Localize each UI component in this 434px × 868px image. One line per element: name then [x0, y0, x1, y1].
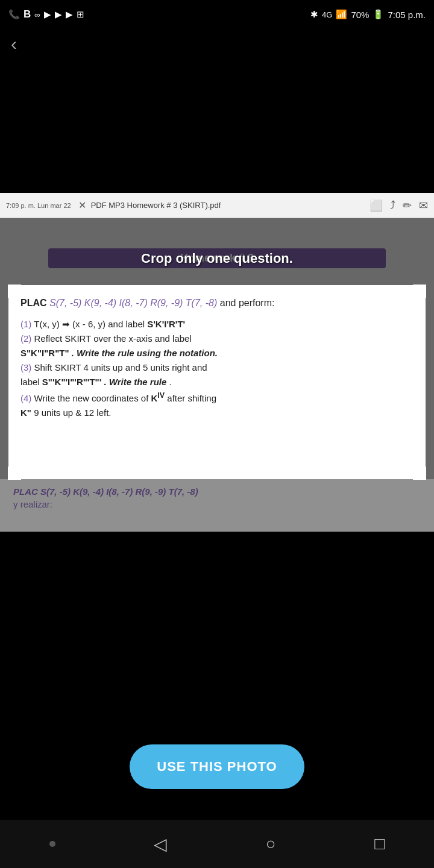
nav-recents-button[interactable]: □	[374, 834, 385, 854]
status-bar-right: ✱ 4G 📶 70% 🔋 7:05 p.m.	[310, 9, 426, 20]
pdf-time: 7:09 p. m. Lun mar 22	[6, 202, 71, 209]
step-4: (4) Write the new coordinates of KIV aft…	[20, 389, 414, 420]
plac-line: PLAC S(7, -5) K(9, -4) I(8, -7) R(9, -9)…	[20, 296, 414, 311]
add-icon: ⊞	[77, 9, 84, 20]
plac-coords: S(7, -5) K(9, -4) I(8, -7) R(9, -9) T(7,…	[49, 298, 217, 308]
signal-bars: 📶	[336, 9, 347, 20]
nav-dot	[49, 841, 55, 847]
status-bar-left: 📞 B ∞ ▶ ▶ ▶ ⊞	[8, 8, 84, 20]
cropped-content: PLAC S(7, -5) K(9, -4) I(8, -7) R(9, -9)…	[8, 285, 426, 479]
bluetooth-icon: ✱	[310, 9, 318, 20]
step-3: (3) Shift SKIRT 4 units up and 5 units r…	[20, 360, 414, 389]
step-1: (1) T(x, y) ➡ (x - 6, y) and label S'K'I…	[20, 317, 414, 332]
and-perform: and perform:	[220, 298, 275, 308]
battery-percent: 70%	[351, 10, 369, 20]
pdf-toolbar: ⬜ ⤴ ✏ ✉	[370, 199, 428, 212]
steps: (1) T(x, y) ➡ (x - 6, y) and label S'K'I…	[20, 317, 414, 420]
time-display: 7:05 p.m.	[388, 10, 426, 20]
play-icon3: ▶	[66, 9, 73, 20]
play-icon2: ▶	[55, 9, 62, 20]
use-this-photo-button[interactable]: USE THIS PHOTO	[130, 744, 304, 789]
phone-icon: 📞	[8, 9, 20, 20]
below-plac: PLAC S(7, -5) K(9, -4) I(8, -7) R(9, -9)…	[13, 486, 421, 497]
nav-home-button[interactable]: ○	[266, 834, 276, 854]
bold-icon: B	[24, 8, 31, 20]
pdf-top-bar: 7:09 p. m. Lun mar 22 ✕ PDF MP3 Homework…	[0, 193, 434, 218]
black-area	[0, 532, 434, 737]
pdf-icon-2[interactable]: ⤴	[390, 199, 395, 212]
pdf-close-button[interactable]: ✕	[78, 200, 86, 211]
status-bar: 📞 B ∞ ▶ ▶ ▶ ⊞ ✱ 4G 📶 70% 🔋 7:05 p.m.	[0, 0, 434, 29]
nav-bar: ◁ ○ □	[0, 820, 434, 868]
record-icon: ∞	[34, 10, 40, 19]
play-icon1: ▶	[44, 9, 51, 20]
below-crop-content: PLAC S(7, -5) K(9, -4) I(8, -7) R(9, -9)…	[0, 479, 434, 532]
back-button[interactable]: ‹	[11, 35, 17, 53]
below-y: y realizar:	[13, 499, 421, 509]
nav-back-button[interactable]: ◁	[154, 834, 167, 854]
pdf-icon-1[interactable]: ⬜	[370, 199, 383, 212]
pdf-icon-4[interactable]: ✉	[419, 199, 428, 212]
signal-icon: 4G	[322, 10, 332, 19]
pdf-filename: PDF MP3 Homework # 3 (SKIRT).pdf	[91, 201, 365, 210]
plac-bold: PLAC	[20, 298, 47, 308]
homework-title: Homework # 3	[48, 248, 386, 268]
battery-icon: 🔋	[373, 9, 384, 20]
step-2: (2) Reflect SKIRT over the x-axis and la…	[20, 332, 414, 360]
pdf-icon-3[interactable]: ✏	[403, 199, 412, 212]
